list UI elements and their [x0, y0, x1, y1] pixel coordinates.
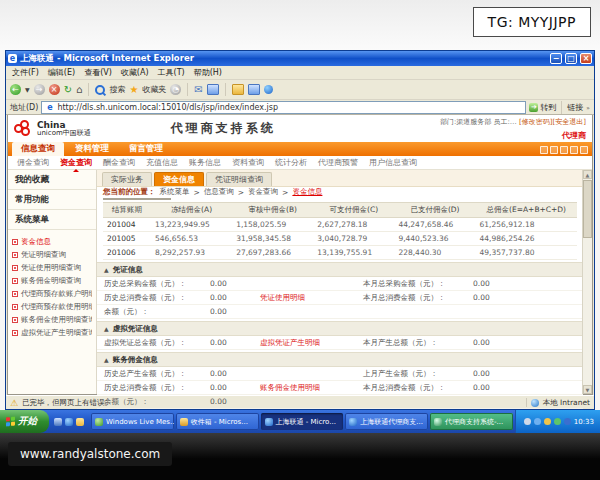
ie-quicklaunch-icon[interactable] [65, 418, 73, 426]
messenger-tray-icon[interactable] [564, 418, 571, 425]
ie-icon [265, 418, 273, 426]
sidebar-item-funds-info[interactable]: 资金信息 [12, 237, 92, 247]
sidebar-section-common[interactable]: 常用功能 [8, 190, 96, 210]
sidebar-item-account-commission-detail[interactable]: 账务佣金明细查询 [12, 276, 92, 286]
back-icon[interactable]: ← [10, 84, 21, 95]
links-label[interactable]: 链接 [567, 102, 583, 113]
go-button[interactable]: ➔ 转到 [529, 102, 556, 113]
sidebar-section-favorites[interactable]: 我的收藏 [8, 170, 96, 190]
messenger-icon[interactable] [264, 85, 273, 94]
edit-icon[interactable] [248, 84, 260, 95]
table-row: 20100413,223,949.95 1,158,025.592,627,27… [103, 218, 577, 232]
period-filter-input[interactable] [103, 198, 171, 200]
ie-window: e 上海联通 - Microsoft Internet Explorer − □… [5, 50, 595, 410]
subnav-funds-query[interactable]: 资金查询 [60, 157, 92, 168]
menu-favorites[interactable]: 收藏(A) [121, 67, 149, 78]
scroll-up-icon[interactable]: ▲ [583, 170, 592, 179]
subnav-data-query[interactable]: 资料查询 [232, 157, 264, 168]
close-button[interactable]: × [580, 53, 592, 64]
virtual-voucher-gen-detail-link[interactable]: 虚拟凭证产生明细 [260, 338, 363, 348]
nav-tool-icon-5[interactable] [580, 146, 588, 154]
nav-tool-icon-4[interactable] [570, 146, 578, 154]
content-tab-actual-business[interactable]: 实际业务 [102, 172, 152, 186]
update-icon[interactable] [544, 418, 551, 425]
menu-edit[interactable]: 编辑(E) [48, 67, 75, 78]
show-desktop-icon[interactable] [54, 418, 62, 426]
network-icon[interactable] [534, 418, 541, 425]
forward-icon[interactable]: → [34, 84, 45, 95]
search-label[interactable]: 搜索 [109, 84, 125, 95]
tab-message-manage[interactable]: 留言管理 [120, 142, 172, 156]
home-icon[interactable]: ⌂ [76, 84, 82, 95]
window-title: 上海联通 - Microsoft Internet Explorer [20, 53, 194, 65]
scroll-down-icon[interactable]: ▼ [583, 385, 592, 394]
address-label: 地址(D) [10, 102, 38, 113]
maximize-button[interactable]: □ [565, 53, 577, 64]
logout-link[interactable]: [安全退出] [553, 118, 586, 126]
account-commission-usage-link[interactable]: 账务佣金使用明细 [260, 383, 363, 393]
favorites-label[interactable]: 收藏夹 [142, 84, 166, 95]
antivirus-icon[interactable] [554, 418, 561, 425]
breadcrumb-funds-info[interactable]: 资金信息 [292, 187, 322, 197]
sidebar-item-prepay-usage-detail[interactable]: 代理商预存款使用明细查询 [12, 302, 92, 312]
title-bar[interactable]: e 上海联通 - Microsoft Internet Explorer − □… [6, 51, 594, 66]
primary-nav: 信息查询 资料管理 留言管理 [8, 142, 592, 156]
subnav-commission-query[interactable]: 佣金查询 [17, 157, 49, 168]
print-icon[interactable] [207, 84, 219, 95]
media-quicklaunch-icon[interactable] [76, 418, 84, 426]
subnav-reward-query[interactable]: 酬金查询 [103, 157, 135, 168]
subnav-agent-alert[interactable]: 代理商预警 [318, 157, 358, 168]
sidebar-item-virtual-voucher-gen[interactable]: 虚拟凭证产生明细查询 [12, 328, 92, 338]
minimize-button[interactable]: − [550, 53, 562, 64]
voucher-usage-detail-link[interactable]: 凭证使用明细 [260, 293, 363, 303]
history-icon[interactable]: ◔ [170, 84, 181, 95]
sidebar-section-system-menu[interactable]: 系统菜单 [8, 210, 96, 230]
tab-data-manage[interactable]: 资料管理 [66, 142, 118, 156]
nav-tool-icon-1[interactable] [540, 146, 548, 154]
volume-icon[interactable] [524, 418, 531, 425]
section-virtual-voucher-info[interactable]: ▲虚拟凭证信息 [97, 321, 583, 336]
sidebar-item-prepay-account-detail[interactable]: 代理商预存款账户明细查询 [12, 289, 92, 299]
folder-icon[interactable] [232, 84, 244, 95]
change-password-link[interactable]: [修改密码] [519, 118, 552, 126]
subnav-recharge-info[interactable]: 充值信息 [146, 157, 178, 168]
nav-tool-icon-3[interactable] [560, 146, 568, 154]
task-button-shanghai-unicom[interactable]: 上海联通 - Micro... [261, 413, 344, 430]
start-button[interactable]: 开始 [0, 410, 49, 433]
sidebar-item-account-commission-usage[interactable]: 账务佣金使用明细查询 [12, 315, 92, 325]
subnav-account-info[interactable]: 账务信息 [189, 157, 221, 168]
subnav-user-info-query[interactable]: 用户信息查询 [369, 157, 417, 168]
task-button-live-messenger[interactable]: Windows Live Mes... [91, 413, 174, 430]
menu-file[interactable]: 文件(F) [12, 67, 39, 78]
refresh-icon[interactable]: ↻ [64, 84, 72, 95]
subnav-stats-analysis[interactable]: 统计分析 [275, 157, 307, 168]
links-chevron-icon: » [586, 104, 590, 111]
sidebar-item-voucher-usage-detail[interactable]: 凭证使用明细查询 [12, 263, 92, 273]
mail-icon[interactable]: ✉ [194, 84, 202, 95]
menu-help[interactable]: 帮助(H) [194, 67, 222, 78]
address-input[interactable]: e http://dls.sh.unicom.local:15010/dls/j… [41, 101, 526, 114]
content-tab-voucher-detail[interactable]: 凭证明细查询 [206, 172, 272, 186]
clock[interactable]: 10:33 [574, 418, 594, 426]
stop-icon[interactable]: × [49, 84, 60, 95]
tab-info-query[interactable]: 信息查询 [12, 142, 64, 156]
breadcrumb-funds-query[interactable]: 资金查询 [248, 187, 278, 197]
scroll-thumb[interactable] [583, 180, 592, 238]
menu-tools[interactable]: 工具(T) [158, 67, 185, 78]
vertical-scrollbar[interactable]: ▲ ▼ [582, 170, 592, 394]
section-account-commission-info[interactable]: ▲账务佣金信息 [97, 352, 583, 367]
section-voucher-info[interactable]: ▲凭证信息 [97, 262, 583, 277]
back-dropdown-icon[interactable]: ▼ [25, 86, 30, 93]
task-button-agent-portal[interactable]: 上海联通代理商支... [345, 413, 428, 430]
sidebar-item-voucher-detail[interactable]: 凭证明细查询 [12, 250, 92, 260]
menu-view[interactable]: 查看(V) [84, 67, 112, 78]
breadcrumb-info-query[interactable]: 信息查询 [204, 187, 234, 197]
commission-table: 结算账期冻结佣金(A) 审核中佣金(B)可支付佣金(C) 已支付佣金(D)总佣金… [103, 202, 577, 260]
task-button-agent-support-system[interactable]: 代理商支持系统-... [430, 413, 513, 430]
content-tab-funds-info[interactable]: 资金信息 [154, 172, 204, 186]
favorites-icon[interactable]: ★ [129, 84, 138, 95]
task-button-inbox[interactable]: 收件箱 - Micros... [176, 413, 259, 430]
search-icon[interactable] [95, 85, 105, 95]
nav-tool-icon-2[interactable] [550, 146, 558, 154]
breadcrumb-system-menu[interactable]: 系统菜单 [160, 187, 190, 197]
